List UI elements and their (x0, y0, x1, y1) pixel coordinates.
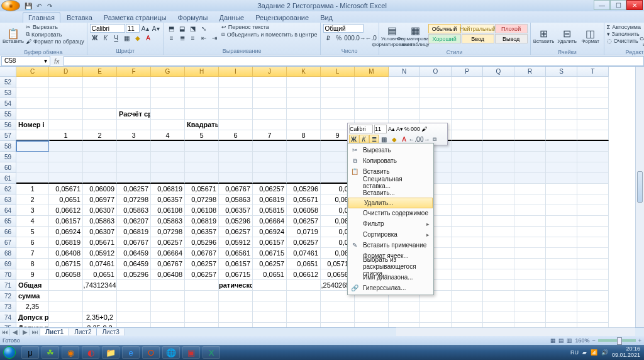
sheet-tab[interactable]: Лист1 (40, 329, 69, 335)
undo-icon[interactable]: ↶ (35, 1, 43, 10)
cell[interactable]: 0,05863 (117, 205, 151, 216)
cell[interactable] (253, 98, 287, 109)
tray-lang[interactable]: RU (570, 349, 579, 356)
cell[interactable] (117, 291, 151, 301)
cell[interactable] (452, 120, 483, 130)
formula-input[interactable] (64, 56, 644, 66)
row-header[interactable]: 69 (0, 259, 16, 269)
col-header-F[interactable]: F (117, 67, 151, 77)
cell[interactable] (483, 141, 514, 152)
cell[interactable] (83, 120, 117, 130)
cell[interactable] (514, 216, 546, 227)
autosum-button[interactable]: ΣАвтосумма (607, 24, 641, 30)
cell[interactable] (546, 291, 577, 301)
row-header[interactable]: 70 (0, 269, 16, 280)
cell[interactable] (185, 109, 219, 120)
cell[interactable] (514, 248, 546, 259)
cell[interactable] (514, 227, 546, 237)
cell[interactable] (117, 120, 151, 130)
cell[interactable] (287, 323, 321, 327)
context-menu-item[interactable]: Удалить... (348, 198, 433, 208)
cell[interactable] (577, 120, 609, 130)
italic-icon[interactable]: К (101, 33, 111, 42)
cell[interactable] (577, 98, 609, 109)
cell[interactable] (514, 152, 546, 162)
cell[interactable] (577, 87, 609, 98)
system-tray[interactable]: RU ▰ 📶 🔊 20:16 09.01.2021 (570, 346, 644, 359)
mini-font-name[interactable] (349, 125, 373, 133)
cell[interactable] (577, 323, 609, 327)
cell[interactable] (546, 216, 577, 227)
cell[interactable] (546, 269, 577, 280)
cell[interactable]: 0,05671 (49, 184, 83, 194)
row-header[interactable]: 65 (0, 216, 16, 227)
cell[interactable]: 2 (16, 194, 49, 205)
cell[interactable]: 0,06767 (219, 184, 253, 194)
cell[interactable]: 0,05912 (219, 237, 253, 248)
decrease-decimal-icon[interactable]: ←.0 (409, 135, 419, 143)
cell[interactable]: Среднее квадратическое отклонение (219, 280, 253, 291)
cell[interactable] (83, 291, 117, 301)
format-cells-button[interactable]: ◫Формат (580, 24, 601, 49)
cell[interactable] (16, 98, 49, 109)
col-header-C[interactable]: C (16, 67, 49, 77)
cell[interactable]: 0,06058 (49, 269, 83, 280)
cell[interactable] (151, 87, 185, 98)
row-header[interactable]: 66 (0, 227, 16, 237)
office-button[interactable]: ◉ (1, 0, 20, 11)
cell[interactable] (483, 323, 514, 327)
context-menu-item[interactable]: Вставить... (348, 188, 433, 198)
cell[interactable] (355, 109, 389, 120)
cell[interactable]: 0,0651 (83, 269, 117, 280)
cell[interactable]: 0,06459 (117, 248, 151, 259)
cell[interactable] (546, 323, 577, 327)
cell[interactable] (287, 120, 321, 130)
align-right-icon[interactable]: ≡ (188, 33, 198, 42)
view-break-icon[interactable]: ▥ (567, 337, 572, 344)
cell[interactable] (321, 323, 355, 327)
cell[interactable]: 0,06664 (151, 248, 185, 259)
cell[interactable] (185, 77, 219, 87)
decrease-indent-icon[interactable]: ⇤ (199, 33, 209, 42)
cell[interactable]: 5 (185, 130, 219, 141)
cell[interactable] (117, 312, 151, 323)
cell[interactable] (253, 312, 287, 323)
cell[interactable] (514, 259, 546, 269)
cell[interactable] (452, 141, 483, 152)
cell[interactable] (452, 173, 483, 184)
cell[interactable]: 0,06207 (117, 216, 151, 227)
cell[interactable] (546, 227, 577, 237)
close-button[interactable]: ✕ (626, 0, 643, 10)
cell[interactable]: 0,06157 (49, 216, 83, 227)
cell[interactable] (287, 162, 321, 173)
cell[interactable] (514, 205, 546, 216)
cell[interactable] (49, 173, 83, 184)
cell[interactable] (577, 162, 609, 173)
cell[interactable]: 4 (16, 216, 49, 227)
mini-font-size[interactable] (374, 125, 387, 133)
cell[interactable]: 6 (219, 130, 253, 141)
cell[interactable]: Квадраты разности (185, 120, 219, 130)
cell[interactable] (49, 280, 83, 291)
cell[interactable] (287, 280, 321, 291)
tab-Главная[interactable]: Главная (23, 12, 60, 23)
cell[interactable]: 0,07298 (151, 227, 185, 237)
cell[interactable] (577, 227, 609, 237)
fill-button[interactable]: ▾Заполнить (607, 31, 641, 37)
delete-cells-button[interactable]: ⊟Удалить (557, 24, 578, 49)
cell[interactable] (83, 109, 117, 120)
cell[interactable] (83, 98, 117, 109)
cell[interactable] (287, 152, 321, 162)
cell[interactable] (117, 141, 151, 152)
cell[interactable]: 1 (49, 130, 83, 141)
cell[interactable] (321, 312, 355, 323)
cell[interactable] (452, 109, 483, 120)
context-menu-item[interactable]: 🔗Гиперссылка... (348, 283, 433, 293)
increase-decimal-icon[interactable]: .0→ (419, 135, 429, 143)
cell[interactable] (546, 77, 577, 87)
row-header[interactable]: 54 (0, 98, 16, 109)
cell[interactable] (420, 87, 452, 98)
copy-button[interactable]: ⧉Копировать (26, 31, 84, 38)
cell[interactable]: 0,05863 (83, 216, 117, 227)
bold-icon[interactable]: Ж (90, 33, 100, 42)
